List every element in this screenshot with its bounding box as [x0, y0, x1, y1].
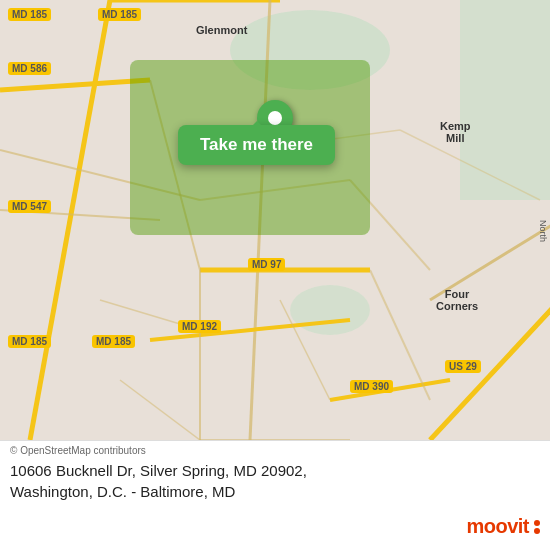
moovit-logo: moovit [466, 515, 540, 538]
road-label-md97: MD 97 [248, 258, 285, 271]
address-line1: 10606 Bucknell Dr, Silver Spring, MD 209… [10, 460, 540, 481]
footer: © OpenStreetMap contributors 10606 Buckn… [0, 440, 550, 550]
road-label-md547: MD 547 [8, 200, 51, 213]
road-label-md185-bm: MD 185 [92, 335, 135, 348]
road-label-md390: MD 390 [350, 380, 393, 393]
road-label-us29: US 29 [445, 360, 481, 373]
osm-credit: © OpenStreetMap contributors [10, 445, 540, 456]
take-me-there-button[interactable]: Take me there [178, 125, 335, 165]
address-line2: Washington, D.C. - Baltimore, MD [10, 481, 540, 502]
north-indicator: North [538, 220, 548, 242]
road-label-md185-bl: MD 185 [8, 335, 51, 348]
road-label-md185-tl: MD 185 [8, 8, 51, 21]
map-view: Take me there MD 185 MD 185 MD 586 MD 54… [0, 0, 550, 440]
road-label-md192: MD 192 [178, 320, 221, 333]
svg-rect-2 [460, 0, 550, 200]
osm-text: © OpenStreetMap contributors [10, 445, 146, 456]
svg-point-3 [290, 285, 370, 335]
moovit-text: moovit [466, 515, 529, 538]
road-label-md586: MD 586 [8, 62, 51, 75]
road-label-md185-top: MD 185 [98, 8, 141, 21]
